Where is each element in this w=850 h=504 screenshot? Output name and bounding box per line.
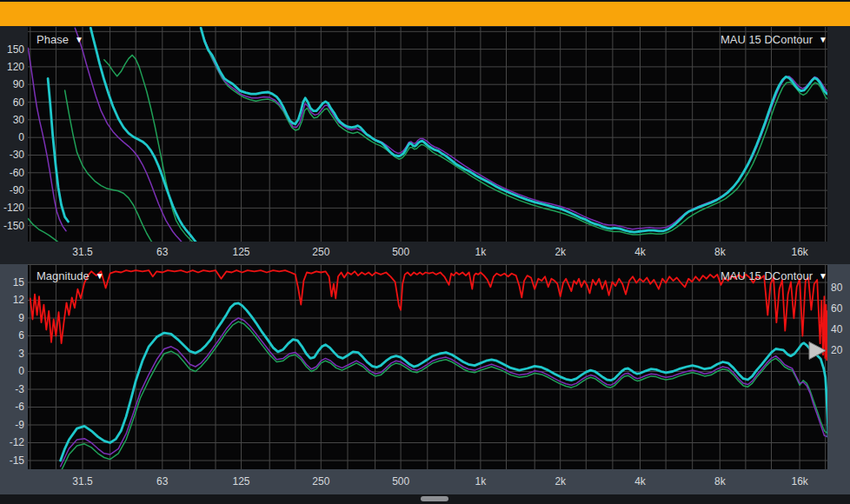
y-axis-tick-label: 120: [0, 60, 24, 74]
right-axis-tick-label: 40: [831, 322, 850, 336]
phase-source-dropdown[interactable]: MAU 15 DContour ▼: [721, 33, 827, 46]
y-axis-tick-label: 9: [0, 311, 24, 325]
x-axis-tick-label: 2k: [543, 245, 578, 259]
magnitude-source-dropdown[interactable]: MAU 15 DContour ▼: [721, 269, 827, 282]
y-axis-tick-label: -9: [0, 418, 24, 432]
magnitude-plot-canvas[interactable]: [28, 264, 827, 469]
y-axis-tick-label: 0: [0, 130, 24, 144]
y-axis-tick-label: -12: [0, 435, 24, 449]
x-axis-tick-label: 4k: [623, 474, 658, 488]
magnitude-pane: Magnitude ▼ MAU 15 DContour ▼ 15129630-3…: [0, 264, 850, 494]
y-axis-tick-label: -6: [0, 400, 24, 414]
y-axis-tick-label: 12: [0, 293, 24, 307]
trace-phase-green: [65, 90, 154, 242]
chevron-down-icon: ▼: [819, 35, 827, 44]
trace-phase-green: [206, 44, 827, 235]
x-axis-tick-label: 1k: [463, 245, 498, 259]
trace-magnitude-cyan: [61, 303, 827, 461]
x-axis-tick-label: 63: [145, 474, 180, 488]
y-axis-tick-label: 15: [0, 275, 24, 289]
y-axis-tick-label: 30: [0, 113, 24, 127]
y-axis-tick-label: 3: [0, 347, 24, 361]
chevron-down-icon: ▼: [819, 271, 827, 281]
phase-source-label: MAU 15 DContour: [721, 33, 813, 46]
trace-magnitude-green: [61, 322, 827, 469]
x-axis-tick-label: 1k: [463, 474, 498, 488]
magnitude-type-dropdown[interactable]: Magnitude ▼: [37, 269, 104, 282]
y-axis-tick-label: -3: [0, 382, 24, 396]
y-axis-tick-label: -150: [0, 219, 24, 233]
trace-magnitude-purple: [61, 318, 827, 467]
trace-phase-cyan: [90, 28, 198, 242]
x-axis-tick-label: 500: [383, 474, 418, 488]
x-axis-tick-label: 8k: [702, 245, 737, 259]
x-axis-tick-label: 4k: [623, 245, 658, 259]
y-axis-tick-label: -90: [0, 183, 24, 197]
x-axis-tick-label: 125: [224, 474, 259, 488]
y-axis-tick-label: -30: [0, 148, 24, 162]
magnitude-type-label: Magnitude: [37, 269, 90, 282]
right-axis-tick-label: 20: [831, 343, 850, 357]
x-axis-tick-label: 8k: [702, 474, 737, 488]
y-axis-tick-label: 90: [0, 77, 24, 91]
y-axis-tick-label: 60: [0, 96, 24, 109]
phase-plot-canvas[interactable]: [28, 27, 827, 242]
y-axis-tick-label: 0: [0, 364, 24, 378]
trace-phase-purple: [203, 36, 827, 229]
magnitude-source-label: MAU 15 DContour: [721, 269, 813, 282]
y-axis-tick-label: -60: [0, 166, 24, 180]
y-axis-tick-label: -15: [0, 454, 24, 468]
x-axis-tick-label: 2k: [543, 474, 578, 488]
x-axis-tick-label: 16k: [782, 245, 817, 259]
x-axis-tick-label: 63: [145, 245, 180, 259]
x-axis-tick-label: 125: [224, 245, 259, 259]
right-axis-tick-label: 80: [831, 281, 850, 295]
trace-phase-green: [28, 219, 62, 242]
y-axis-tick-label: 6: [0, 328, 24, 342]
y-axis-tick-label: -120: [0, 201, 24, 215]
phase-pane: Phase ▼ MAU 15 DContour ▼ 1501209060300-…: [0, 26, 850, 264]
phase-type-label: Phase: [37, 33, 69, 46]
phase-type-dropdown[interactable]: Phase ▼: [37, 33, 83, 46]
x-axis-tick-label: 250: [303, 474, 338, 488]
x-axis-tick-label: 500: [383, 245, 418, 259]
x-axis-tick-label: 250: [303, 245, 338, 259]
pane-splitter-grip[interactable]: [421, 496, 448, 501]
top-status-bar: [0, 2, 850, 26]
chevron-down-icon: ▼: [96, 271, 104, 281]
right-axis-tick-label: 60: [831, 302, 850, 315]
x-axis-tick-label: 31.5: [65, 474, 100, 488]
x-axis-tick-label: 31.5: [65, 245, 100, 259]
y-axis-tick-label: 150: [0, 43, 24, 56]
x-axis-tick-label: 16k: [782, 474, 817, 488]
chevron-down-icon: ▼: [75, 35, 83, 44]
window-bottom-strip: [0, 494, 850, 504]
trace-phase-cyan: [48, 78, 68, 222]
